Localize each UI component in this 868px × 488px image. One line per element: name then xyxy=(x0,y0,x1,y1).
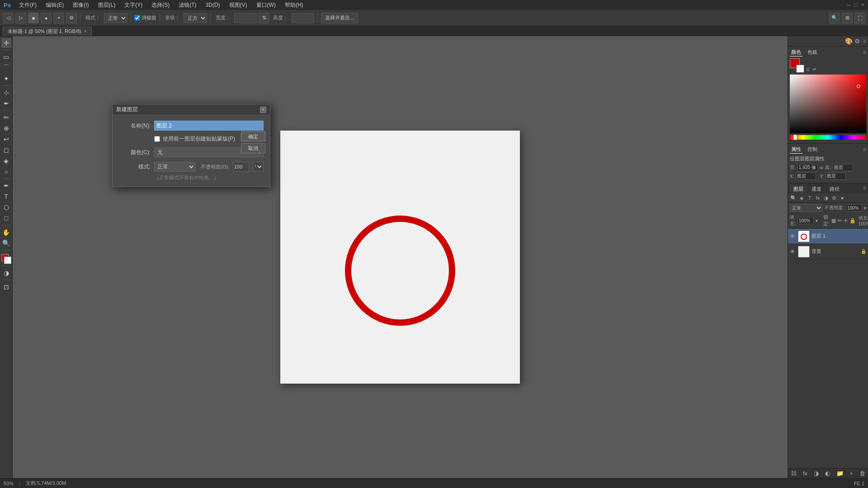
mode-select[interactable]: 正常 xyxy=(104,13,127,23)
mode-dlg-select[interactable]: 正常 xyxy=(154,162,195,172)
y-input[interactable] xyxy=(826,173,846,180)
right-panel-menu[interactable]: ≡ xyxy=(863,38,866,44)
lock-all-icon[interactable]: 🔒 xyxy=(849,218,856,224)
hand-tool[interactable]: ✋ xyxy=(1,227,11,237)
menu-file[interactable]: 文件(F) xyxy=(15,0,40,10)
menu-filter[interactable]: 滤镜(T) xyxy=(175,0,200,10)
reset-colors-icon[interactable]: ⊞ xyxy=(806,67,810,72)
layers-panel-menu[interactable]: ≡ xyxy=(863,185,866,193)
eraser-tool[interactable]: ◻ xyxy=(1,145,11,155)
window-close[interactable]: × xyxy=(861,2,864,8)
layers-text-icon[interactable]: T xyxy=(806,194,813,202)
text-tool[interactable]: T xyxy=(1,192,11,202)
layers-smart-icon[interactable]: ⚙ xyxy=(830,194,838,202)
add-folder-icon[interactable]: 📁 xyxy=(836,470,844,477)
add-layer-icon[interactable]: + xyxy=(850,470,854,477)
tab-swatches[interactable]: 色板 xyxy=(806,48,819,56)
menu-view[interactable]: 视图(V) xyxy=(226,0,251,10)
opacity-dropdown-icon[interactable]: ▾ xyxy=(864,206,866,211)
pen-tool[interactable]: ✒ xyxy=(1,181,11,191)
gradient-tool[interactable]: ◈ xyxy=(1,156,11,166)
menu-window[interactable]: 窗口(W) xyxy=(253,0,279,10)
shape-select[interactable]: 正方 xyxy=(184,13,207,23)
dodge-tool[interactable]: ○ xyxy=(1,167,11,177)
arrange-btn[interactable]: ⊞ xyxy=(842,13,853,23)
menu-edit[interactable]: 编辑(E) xyxy=(42,0,67,10)
layers-circle-icon[interactable]: ● xyxy=(839,194,846,202)
color-selector[interactable] xyxy=(1,254,11,264)
tab-controls[interactable]: 控制 xyxy=(806,145,819,154)
link-icon[interactable]: ∞ xyxy=(820,164,824,171)
lasso-tool[interactable]: ⌒ xyxy=(1,63,11,73)
name-input[interactable] xyxy=(154,121,264,131)
menu-3d[interactable]: 3D(D) xyxy=(202,1,224,9)
delete-layer-icon[interactable]: 🗑 xyxy=(859,470,865,477)
add-link-icon[interactable]: ⛓ xyxy=(791,470,797,477)
h-input[interactable] xyxy=(833,164,853,171)
layer-item[interactable]: 👁 图层 1 xyxy=(788,229,868,244)
layer-visibility-icon[interactable]: 👁 xyxy=(790,233,796,239)
opacity-unit-select[interactable]: % xyxy=(253,162,264,172)
brush-tool[interactable]: ✏ xyxy=(1,113,11,122)
toolbar-back-btn[interactable]: ◁ xyxy=(3,13,14,23)
clone-tool[interactable]: ⊕ xyxy=(1,123,11,133)
menu-image[interactable]: 图像(I) xyxy=(69,0,92,10)
layers-adjust-icon[interactable]: ◑ xyxy=(822,194,830,202)
background-color[interactable] xyxy=(4,257,11,264)
add-fx-icon[interactable]: fx xyxy=(803,470,807,477)
magic-wand-tool[interactable]: ✦ xyxy=(1,74,11,84)
opacity-mode-input[interactable] xyxy=(846,204,862,211)
layer-bg-visibility-icon[interactable]: 👁 xyxy=(790,249,796,255)
tab-layers[interactable]: 图层 xyxy=(790,185,807,193)
marquee-tool[interactable]: ▭ xyxy=(1,52,11,62)
zoom-tool[interactable]: 🔍 xyxy=(1,238,11,248)
hue-slider[interactable] xyxy=(790,135,866,140)
add-adjustment-icon[interactable]: ◐ xyxy=(825,470,830,477)
menu-select[interactable]: 选择(S) xyxy=(148,0,173,10)
toolbar-lasso-btn[interactable]: ⌖ xyxy=(53,13,64,23)
smoothing-checkbox[interactable] xyxy=(134,15,140,21)
toolbar-circle-btn[interactable]: ● xyxy=(41,13,52,23)
use-prev-checkbox[interactable] xyxy=(154,136,160,142)
color-spectrum[interactable] xyxy=(790,75,866,133)
fill-dropdown-icon[interactable]: ▾ xyxy=(816,218,818,223)
settings-icon[interactable]: ⚙ xyxy=(854,38,860,45)
shape-tool[interactable]: □ xyxy=(1,213,11,223)
fullscreen-btn[interactable]: ⛶ xyxy=(854,13,865,23)
move-tool[interactable]: ✛ xyxy=(1,38,11,48)
tab-channels[interactable]: 通道 xyxy=(808,185,825,193)
w-input[interactable] xyxy=(797,164,818,171)
window-minimize[interactable]: ─ xyxy=(847,2,851,8)
doc-tab[interactable]: 未标题-1 @ 50% (图层 1, RGB/8) × xyxy=(3,27,92,36)
swap-icon[interactable]: ⇅ xyxy=(259,13,269,23)
menu-text[interactable]: 文字(Y) xyxy=(121,0,146,10)
tab-color[interactable]: 颜色 xyxy=(790,48,802,56)
x-input[interactable] xyxy=(796,173,816,180)
layers-mode-select[interactable]: 正常 xyxy=(790,204,823,212)
color-panel-menu[interactable]: ≡ xyxy=(863,49,866,56)
background-color-swatch[interactable] xyxy=(796,65,804,73)
dialog-confirm-btn[interactable]: 确定 xyxy=(241,131,265,141)
menu-help[interactable]: 帮助(H) xyxy=(281,0,307,10)
color-picker-icon[interactable]: 🎨 xyxy=(845,38,853,45)
fill-input[interactable] xyxy=(797,217,814,224)
window-maximize[interactable]: □ xyxy=(854,2,858,8)
select-mask-btn[interactable]: 选择并遮住... xyxy=(321,13,358,23)
dialog-title-bar[interactable]: 新建图层 × xyxy=(113,104,270,115)
lock-brush-icon[interactable]: ✏ xyxy=(838,218,842,224)
screen-mode-btn[interactable]: ⊡ xyxy=(1,282,11,292)
lock-position-icon[interactable]: ✛ xyxy=(844,218,848,224)
history-brush-tool[interactable]: ↩ xyxy=(1,134,11,144)
quick-mask-tool[interactable]: ◑ xyxy=(1,268,11,278)
opacity-input-dialog[interactable] xyxy=(233,162,249,172)
swap-colors-icon[interactable]: ⇄ xyxy=(812,67,816,72)
doc-tab-close[interactable]: × xyxy=(84,29,87,34)
layers-kind-icon[interactable]: ◈ xyxy=(798,194,805,202)
dialog-close-btn[interactable]: × xyxy=(260,107,266,113)
dialog-cancel-btn[interactable]: 取消 xyxy=(241,143,265,153)
toolbar-option-btn[interactable]: ⚙ xyxy=(66,13,77,23)
path-tool[interactable]: ⬡ xyxy=(1,202,11,212)
search-btn[interactable]: 🔍 xyxy=(829,13,840,23)
toolbar-square-btn[interactable]: ■ xyxy=(28,13,39,23)
crop-tool[interactable]: ⊹ xyxy=(1,88,11,98)
